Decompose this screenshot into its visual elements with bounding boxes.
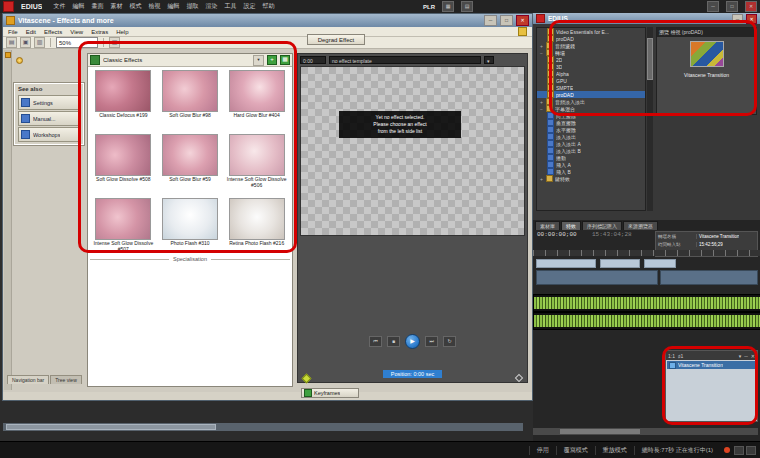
tree-item[interactable]: 2D bbox=[537, 56, 645, 63]
effect-item[interactable]: Soft Glow Dissolve #508 bbox=[90, 132, 157, 196]
tree-item[interactable]: −轉場 bbox=[537, 49, 645, 56]
effect-item[interactable]: Soft Glow Blur #59 bbox=[157, 132, 224, 196]
vmenu-help[interactable]: Help bbox=[116, 29, 128, 35]
effect-item[interactable]: Intense Soft Glow Dissolve #507 bbox=[90, 196, 157, 260]
tree-item[interactable]: SMPTE bbox=[537, 84, 645, 91]
loop-icon[interactable]: ↻ bbox=[443, 336, 456, 347]
timeline-hscrollbar-thumb[interactable] bbox=[560, 429, 640, 434]
manual-button[interactable]: Manual... bbox=[18, 111, 80, 126]
audio-track-1[interactable] bbox=[533, 294, 760, 312]
play-icon[interactable]: ▶ bbox=[405, 334, 420, 349]
apply-effect-icon[interactable]: + bbox=[267, 55, 277, 65]
tree-item[interactable]: 水平擦除 bbox=[537, 126, 645, 133]
expand-icon[interactable]: + bbox=[539, 99, 544, 105]
mini-dropdown-icon[interactable]: ▾ bbox=[739, 353, 742, 359]
template-browse-icon[interactable]: ▾ bbox=[484, 56, 494, 64]
transition-thumbnail[interactable] bbox=[690, 41, 724, 67]
menu-file[interactable]: 文件 bbox=[53, 2, 65, 11]
vmenu-edit[interactable]: Edit bbox=[26, 29, 36, 35]
menu-render[interactable]: 渲染 bbox=[205, 2, 217, 11]
category-dropdown-icon[interactable]: ▼ bbox=[253, 55, 264, 66]
video-clip[interactable] bbox=[536, 270, 658, 285]
expand-icon[interactable]: + bbox=[539, 43, 544, 49]
index-label[interactable]: ♯1 bbox=[678, 353, 683, 359]
favorite-effect-icon[interactable]: ▦ bbox=[280, 55, 290, 65]
open-icon[interactable]: ▣ bbox=[20, 37, 31, 48]
bin-close-icon[interactable]: ✕ bbox=[746, 14, 757, 24]
menu-help[interactable]: 幫助 bbox=[262, 2, 274, 11]
vitascene-help-icon[interactable] bbox=[518, 27, 527, 36]
effect-item[interactable]: Intense Soft Glow Dissolve #506 bbox=[223, 132, 290, 196]
collapse-icon[interactable]: − bbox=[539, 106, 544, 112]
menu-clip[interactable]: 素材 bbox=[110, 2, 122, 11]
vitascene-close-icon[interactable]: ✕ bbox=[516, 15, 529, 26]
vmenu-view[interactable]: View bbox=[70, 29, 83, 35]
go-to-end-icon[interactable]: ⏭ bbox=[425, 336, 438, 347]
vitascene-minimize-icon[interactable]: ─ bbox=[484, 15, 497, 26]
tree-item-selected[interactable]: proDAD bbox=[537, 91, 645, 98]
tree-item[interactable]: +音頻淡入淡出 bbox=[537, 98, 645, 105]
settings-button[interactable]: Settings bbox=[18, 95, 80, 110]
vmenu-extras[interactable]: Extras bbox=[91, 29, 108, 35]
audio-track-2[interactable] bbox=[533, 312, 760, 330]
keyframes-button[interactable]: Keyframes bbox=[301, 388, 359, 398]
app-close-icon[interactable]: ✕ bbox=[745, 1, 757, 12]
mini-minimize-icon[interactable]: ─ bbox=[744, 353, 748, 359]
tree-item[interactable]: 淡入淡出 B bbox=[537, 147, 645, 154]
tree-item[interactable]: +鍵特效 bbox=[537, 175, 645, 182]
timeline-clip[interactable] bbox=[644, 259, 676, 268]
collapse-icon[interactable]: − bbox=[539, 50, 544, 56]
menu-display[interactable]: 檢視 bbox=[148, 2, 160, 11]
transition-list-item[interactable]: Vitascene Transition bbox=[667, 361, 756, 369]
tree-item[interactable]: 飛入 A bbox=[537, 161, 645, 168]
video-clip[interactable] bbox=[660, 270, 758, 285]
save-icon[interactable]: ▥ bbox=[34, 37, 45, 48]
effect-item[interactable]: Classic Defocus #199 bbox=[90, 68, 157, 132]
tree-scrollbar-thumb[interactable] bbox=[647, 38, 653, 80]
app-maximize-icon[interactable]: □ bbox=[726, 1, 738, 12]
effect-item[interactable]: Retina Photo Flash #216 bbox=[223, 196, 290, 260]
edius-bin-titlebar[interactable]: EDIUS ─ ✕ bbox=[533, 13, 760, 24]
tab-bin[interactable]: 素材庫 bbox=[535, 221, 560, 230]
zoom-select[interactable]: 50% ▼ bbox=[56, 37, 98, 48]
timeline-clip[interactable] bbox=[600, 259, 640, 268]
effect-item[interactable]: Photo Flash #310 bbox=[157, 196, 224, 260]
vitascene-maximize-icon[interactable]: □ bbox=[500, 15, 513, 26]
tree-item[interactable]: 垂直擦除 bbox=[537, 119, 645, 126]
menu-mode[interactable]: 模式 bbox=[129, 2, 141, 11]
menu-capture[interactable]: 擷取 bbox=[186, 2, 198, 11]
app-minimize-icon[interactable]: ─ bbox=[707, 1, 719, 12]
stop-icon[interactable]: ■ bbox=[387, 336, 400, 347]
expand-icon[interactable]: + bbox=[539, 176, 544, 182]
tree-item[interactable]: 向上擦除 bbox=[537, 112, 645, 119]
time-field[interactable]: 0:00 bbox=[300, 56, 326, 64]
bin-minimize-icon[interactable]: ─ bbox=[732, 14, 743, 24]
template-field[interactable]: no effect template bbox=[329, 56, 481, 64]
menu-edit2[interactable]: 編輯 bbox=[167, 2, 179, 11]
timeline-ruler[interactable] bbox=[533, 250, 760, 256]
tree-item[interactable]: 淡入淡出 A bbox=[537, 140, 645, 147]
tree-item[interactable]: proDAD bbox=[537, 35, 645, 42]
menu-edit[interactable]: 編輯 bbox=[72, 2, 84, 11]
tree-item[interactable]: 飛入 B bbox=[537, 168, 645, 175]
workshops-button[interactable]: Workshops bbox=[18, 127, 80, 142]
status-icon-2[interactable] bbox=[746, 446, 756, 455]
tree-item[interactable]: +音頻濾鏡 bbox=[537, 42, 645, 49]
go-to-start-icon[interactable]: ⏮ bbox=[369, 336, 382, 347]
degrade-effect-button[interactable]: Degrad Effect bbox=[307, 34, 365, 45]
panel-pin-icon[interactable] bbox=[5, 52, 11, 58]
zoom-dropdown-icon[interactable]: ▼ bbox=[91, 40, 95, 45]
tree-item[interactable]: −字幕混合 bbox=[537, 105, 645, 112]
effect-item[interactable]: Soft Glow Blur #98 bbox=[157, 68, 224, 132]
tab-source-browser[interactable]: 來源瀏覽器 bbox=[623, 221, 658, 230]
tab-tree-view[interactable]: Tree view bbox=[50, 375, 82, 384]
timeline-clip[interactable] bbox=[536, 259, 596, 268]
effect-item[interactable]: Hard Glow Blur #404 bbox=[223, 68, 290, 132]
tree-item[interactable]: 捲動 bbox=[537, 154, 645, 161]
tab-effects[interactable]: 特效 bbox=[561, 221, 581, 230]
menu-view[interactable]: 畫面 bbox=[91, 2, 103, 11]
app-extra2-icon[interactable]: ▤ bbox=[461, 1, 473, 12]
menu-tools[interactable]: 工具 bbox=[224, 2, 236, 11]
vmenu-file[interactable]: File bbox=[8, 29, 18, 35]
vitascene-titlebar[interactable]: Vitascene - Effects and more ─ □ ✕ bbox=[3, 14, 532, 27]
